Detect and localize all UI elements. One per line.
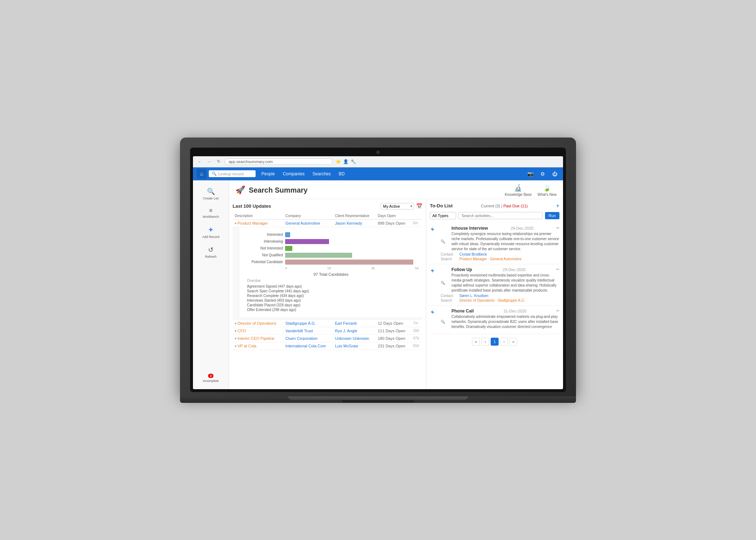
filter-select[interactable]: My Active All Active My Searches: [381, 203, 414, 210]
table-row: ▾ VP at Cola International Cola Com: [233, 342, 422, 350]
bar-interviewing: Interviewing: [243, 239, 419, 244]
next-page-btn[interactable]: ›: [500, 338, 508, 346]
add-record-button[interactable]: + Add Record: [197, 223, 225, 242]
activity-1-search[interactable]: Product Manager · General Automotive: [459, 257, 522, 261]
create-list-button[interactable]: 🔍 Create List: [197, 185, 225, 203]
row2-company: Stadtgruppe A.G.: [283, 319, 333, 327]
nav-bd[interactable]: BD: [335, 169, 348, 179]
refresh-button[interactable]: ↺ Refresh: [197, 243, 225, 261]
page-1-btn[interactable]: 1: [491, 338, 499, 346]
row1-rep-link[interactable]: Jason Kennedy: [335, 221, 363, 225]
bar-notqualified-fill: [285, 253, 352, 258]
row5-company-link[interactable]: International Cola Com: [285, 344, 326, 348]
row1-desc-link[interactable]: Product Manager: [238, 221, 268, 225]
activity-1-search-row: Search Product Manager · General Automot…: [441, 257, 559, 261]
overdue-item-6: Offer Extended (298 days ago): [247, 307, 415, 312]
bar-interviewing-label: Interviewing: [243, 239, 283, 243]
notes-search-icon-3: 🔍: [441, 320, 445, 324]
row3-rep-link[interactable]: Ryo J. Angle: [335, 329, 357, 333]
current-count: Current (3): [481, 204, 500, 208]
bar-notinterested-label: Not Interested: [243, 246, 283, 250]
todo-type-select[interactable]: All Types: [430, 212, 456, 219]
activity-1-contact[interactable]: Crystal Brodbeck: [459, 252, 487, 256]
refresh-label: Refresh: [205, 255, 217, 258]
col-time: [411, 212, 422, 220]
calendar-icon[interactable]: 📅: [416, 203, 422, 209]
activity-1-edit-icon[interactable]: ✏: [556, 226, 559, 230]
first-page-btn[interactable]: «: [472, 338, 480, 346]
table-row: ▾ CFO Vanderbilt Trust Ryo J. Angle: [233, 327, 422, 334]
whats-new-button[interactable]: 🍃 What's New: [537, 184, 557, 197]
activity-1-date: 29-Dec-2020: [510, 226, 534, 230]
row3-company-link[interactable]: Vanderbilt Trust: [285, 329, 313, 333]
incomplete-button[interactable]: 2 Incomplete: [197, 371, 225, 386]
prev-page-btn[interactable]: ‹: [481, 338, 489, 346]
nav-companies[interactable]: Companies: [279, 169, 308, 179]
photo-icon[interactable]: 📷: [526, 169, 535, 179]
laptop-base: [180, 396, 576, 403]
refresh-button[interactable]: ↻: [215, 158, 222, 165]
row2-desc-link[interactable]: Director of Operations: [238, 321, 276, 325]
nav-searches[interactable]: Searches: [309, 169, 334, 179]
row4-rep-link[interactable]: Unknown Unknown: [335, 336, 369, 341]
power-icon[interactable]: ⏻: [550, 169, 559, 179]
activity-type-icon-1: [430, 226, 438, 252]
laptop-stand: [288, 396, 468, 400]
bar-chart: Interested: [243, 232, 419, 270]
overdue-item-1: Agreement Signed (447 days ago): [247, 284, 415, 289]
row2-rep-link[interactable]: Earl Ferranti: [335, 321, 357, 325]
nav-people[interactable]: People: [258, 169, 278, 179]
add-activity-button[interactable]: +: [556, 203, 559, 209]
back-button[interactable]: ←: [197, 158, 203, 165]
activity-2-type: Follow Up: [451, 267, 472, 272]
row3-desc-link[interactable]: CFO: [238, 329, 246, 333]
row2-days: 12 Days Open: [375, 319, 411, 327]
forward-button[interactable]: →: [206, 158, 212, 165]
row5-desc-link[interactable]: VP at Cola: [238, 344, 256, 348]
activity-3-edit-icon[interactable]: ✏: [556, 309, 559, 313]
row3-rep: Ryo J. Angle: [333, 327, 376, 334]
row2-company-link[interactable]: Stadtgruppe A.G.: [285, 321, 316, 325]
star-icon[interactable]: ⭐: [336, 159, 341, 164]
address-bar[interactable]: app.searchsummary.com: [225, 158, 333, 165]
activity-3-notes-icon[interactable]: 🔍: [441, 314, 449, 329]
bar-notqualified-label: Not Qualified: [243, 253, 283, 257]
row4-desc-link[interactable]: Interim CEO Pipeline: [238, 336, 275, 341]
activity-3-body: Collaboratively administrate empowered m…: [451, 314, 559, 329]
last-page-btn[interactable]: »: [509, 338, 517, 346]
search-placeholder: Lookup record: [218, 172, 243, 176]
overdue-item-2: Search Spec Complete (441 days ago): [247, 289, 415, 293]
row5-rep-link[interactable]: Luis McGraw: [335, 344, 358, 348]
todo-title: To-Do List: [430, 203, 453, 208]
contact-label-2: Contact: [441, 294, 457, 298]
incomplete-label: Incomplete: [203, 379, 219, 383]
activity-search-input[interactable]: [458, 212, 543, 219]
activity-2-edit-icon[interactable]: ✏: [556, 267, 559, 272]
knowledge-base-button[interactable]: 🔬 Knowledge Base: [505, 184, 532, 197]
extension-icon[interactable]: 🔧: [351, 159, 356, 164]
search-label-2: Search: [441, 298, 457, 302]
activity-2-notes-icon[interactable]: 🔍: [441, 273, 449, 293]
add-record-label: Add Record: [202, 235, 220, 239]
workbench-button[interactable]: ≡ Workbench: [197, 204, 225, 221]
row3-company: Vanderbilt Trust: [283, 327, 333, 334]
table-row: ▾ Director of Operations Stadtgruppe A.G…: [233, 319, 422, 327]
lightning-icon-3: [430, 310, 435, 315]
row5-company: International Cola Com: [283, 342, 333, 350]
row1-days: 898 Days Open: [375, 219, 411, 227]
row1-company-link[interactable]: General Automotive: [285, 221, 320, 225]
row4-description: ▾ Interim CEO Pipeline: [233, 334, 283, 342]
search-label-1: Search: [441, 257, 457, 261]
run-button[interactable]: Run: [545, 212, 559, 219]
home-button[interactable]: ⌂: [197, 169, 207, 179]
search-box[interactable]: 🔍 Lookup record: [209, 170, 256, 177]
lightning-icon-2: [430, 268, 435, 273]
activity-2-contact[interactable]: Søren L. Knudsen: [459, 294, 489, 298]
activity-1-notes-icon[interactable]: 🔍: [441, 231, 449, 252]
profile-icon[interactable]: 👤: [343, 159, 348, 164]
row4-company-link[interactable]: Cluen Corporation: [285, 336, 318, 341]
activity-2-search[interactable]: Director of Operations · Stadtgruppe A.G…: [459, 298, 525, 302]
bar-notinterested-fill: [285, 246, 292, 251]
settings-icon[interactable]: ⚙: [538, 169, 547, 179]
workbench-label: Workbench: [203, 215, 219, 219]
